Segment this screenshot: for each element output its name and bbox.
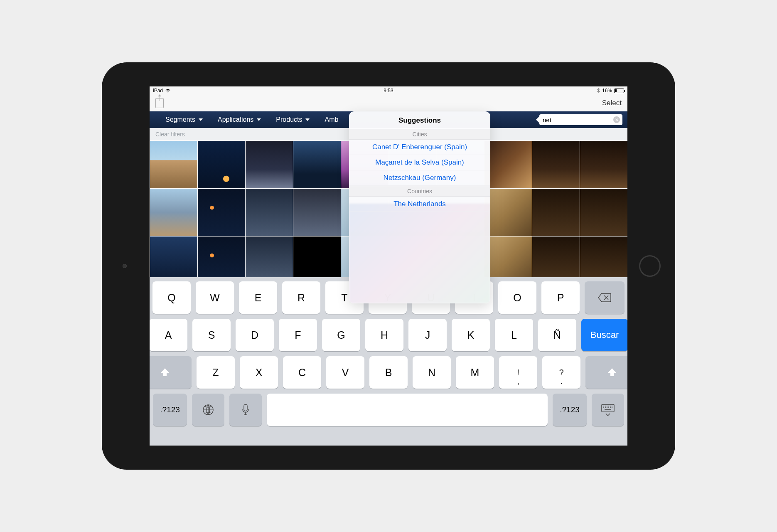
key-s[interactable]: S (192, 319, 231, 351)
key-space[interactable] (267, 394, 548, 426)
home-button[interactable] (639, 255, 661, 277)
key-r[interactable]: R (282, 281, 320, 314)
key-v[interactable]: V (326, 356, 364, 389)
grid-thumbnail[interactable] (293, 141, 341, 188)
key-c[interactable]: C (283, 356, 321, 389)
search-input-value: net (543, 116, 551, 123)
shift-icon (160, 367, 170, 378)
device-label: iPad (153, 88, 163, 94)
grid-thumbnail[interactable] (246, 141, 293, 188)
key-j[interactable]: J (408, 319, 447, 351)
key-shift-right[interactable] (585, 356, 627, 389)
shift-icon (607, 367, 617, 378)
key-h[interactable]: H (365, 319, 403, 351)
mic-icon (241, 404, 250, 416)
key-dismiss-keyboard[interactable] (592, 394, 624, 426)
clear-filters-button[interactable]: Clear filters (155, 131, 185, 138)
grid-thumbnail[interactable] (150, 236, 197, 284)
backspace-icon (598, 293, 612, 303)
svg-rect-1 (244, 404, 247, 411)
select-button[interactable]: Select (602, 99, 622, 107)
ipad-frame: iPad 9:53 16% Select Segments Applicatio… (102, 62, 675, 470)
key-globe[interactable] (192, 394, 224, 426)
nav-products[interactable]: Products (268, 116, 317, 123)
key-k[interactable]: K (452, 319, 490, 351)
key-numbers-left[interactable]: .?123 (153, 394, 187, 426)
key-comma[interactable]: !, (499, 356, 537, 389)
clear-search-icon[interactable]: ✕ (613, 116, 620, 123)
svg-rect-2 (602, 404, 614, 412)
dismiss-keyboard-icon (600, 404, 615, 416)
grid-thumbnail[interactable] (484, 236, 532, 284)
key-m[interactable]: M (456, 356, 494, 389)
grid-thumbnail[interactable] (198, 236, 245, 284)
suggestion-item[interactable]: Canet D' Enberenguer (Spain) (349, 140, 490, 155)
key-p[interactable]: P (541, 281, 580, 314)
chevron-down-icon (257, 118, 261, 121)
grid-thumbnail[interactable] (580, 236, 627, 284)
toolbar: Select (150, 95, 627, 111)
grid-thumbnail[interactable] (484, 141, 532, 188)
grid-thumbnail[interactable] (293, 189, 341, 236)
key-n[interactable]: N (413, 356, 451, 389)
key-enye[interactable]: Ñ (538, 319, 576, 351)
camera-dot (123, 264, 127, 268)
key-d[interactable]: D (236, 319, 274, 351)
key-g[interactable]: G (322, 319, 360, 351)
key-q[interactable]: Q (152, 281, 191, 314)
grid-thumbnail[interactable] (246, 236, 293, 284)
clock: 9:53 (384, 88, 393, 94)
globe-icon (202, 404, 214, 416)
nav-segments-label: Segments (165, 116, 195, 123)
nav-segments[interactable]: Segments (158, 116, 210, 123)
grid-thumbnail[interactable] (580, 141, 627, 188)
grid-thumbnail[interactable] (293, 236, 341, 284)
grid-thumbnail[interactable] (484, 189, 532, 236)
chevron-down-icon (199, 118, 203, 121)
key-numbers-right[interactable]: .?123 (553, 394, 587, 426)
nav-applications[interactable]: Applications (210, 116, 268, 123)
search-wrap: net ✕ (536, 114, 622, 125)
key-b[interactable]: B (369, 356, 408, 389)
grid-thumbnail[interactable] (150, 189, 197, 236)
screen: iPad 9:53 16% Select Segments Applicatio… (150, 86, 627, 446)
key-z[interactable]: Z (197, 356, 235, 389)
key-backspace[interactable] (585, 281, 625, 314)
wifi-icon (165, 89, 171, 93)
grid-thumbnail[interactable] (198, 189, 245, 236)
key-e[interactable]: E (239, 281, 277, 314)
suggestion-item[interactable]: Maçanet de la Selva (Spain) (349, 155, 490, 170)
suggestion-item[interactable]: Netzschkau (Germany) (349, 170, 490, 186)
key-w[interactable]: W (196, 281, 234, 314)
key-search[interactable]: Buscar (581, 319, 627, 351)
key-period[interactable]: ?. (542, 356, 580, 389)
nav-amb-label: Amb (325, 116, 338, 123)
status-bar: iPad 9:53 16% (150, 86, 627, 95)
key-dictation[interactable] (229, 394, 262, 426)
grid-thumbnail[interactable] (150, 141, 197, 188)
search-input[interactable]: net ✕ (539, 114, 622, 125)
grid-thumbnail[interactable] (580, 189, 627, 236)
grid-thumbnail[interactable] (532, 189, 580, 236)
grid-thumbnail[interactable] (246, 189, 293, 236)
suggestion-item[interactable]: The Netherlands (349, 197, 490, 212)
suggestions-section-countries: Countries (349, 186, 490, 197)
nav-applications-label: Applications (218, 116, 253, 123)
bluetooth-icon (597, 88, 600, 94)
key-a[interactable]: A (150, 319, 187, 351)
share-icon[interactable] (155, 98, 164, 108)
key-f[interactable]: F (279, 319, 317, 351)
key-shift-left[interactable] (150, 356, 192, 389)
chevron-down-icon (305, 118, 310, 121)
nav-products-label: Products (276, 116, 302, 123)
suggestions-popover: Suggestions Cities Canet D' Enberenguer … (349, 111, 490, 303)
key-l[interactable]: L (495, 319, 533, 351)
suggestions-section-cities: Cities (349, 129, 490, 140)
battery-percent: 16% (602, 88, 612, 94)
grid-thumbnail[interactable] (532, 141, 580, 188)
grid-thumbnail[interactable] (198, 141, 245, 188)
nav-amb[interactable]: Amb (317, 116, 346, 123)
key-x[interactable]: X (240, 356, 278, 389)
grid-thumbnail[interactable] (532, 236, 580, 284)
key-o[interactable]: O (498, 281, 536, 314)
